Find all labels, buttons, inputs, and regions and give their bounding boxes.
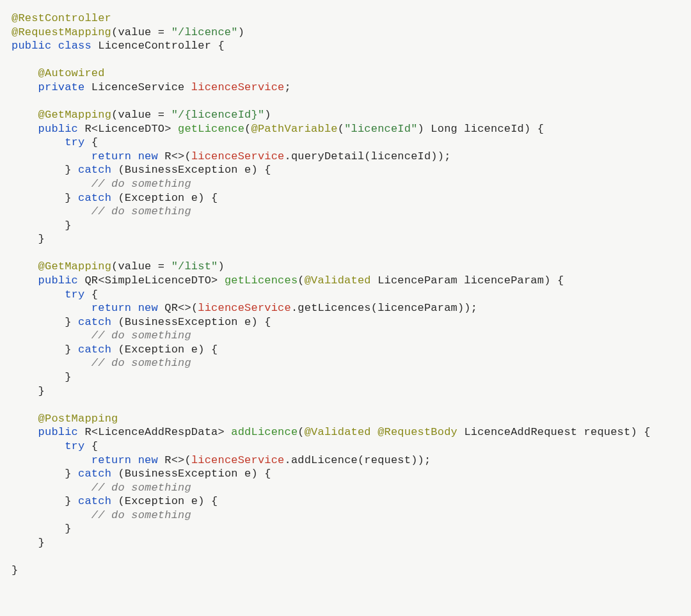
- keyword: catch: [78, 344, 111, 356]
- annotation: @Validated: [305, 426, 371, 438]
- annotation: @Autowired: [38, 67, 105, 79]
- keyword: public: [38, 426, 78, 438]
- annotation: @PathVariable: [251, 123, 338, 135]
- code-text: .addLicence(request));: [285, 454, 431, 466]
- string-literal: "/licence": [171, 26, 238, 38]
- code-text: (value =: [111, 109, 171, 121]
- code-text: LicenceService: [84, 81, 191, 93]
- code-text: }: [65, 371, 71, 383]
- string-literal: "/list": [171, 260, 218, 272]
- code-text: }: [38, 537, 45, 549]
- code-text: R<LicenceAddRespData>: [78, 426, 231, 438]
- keyword: private: [38, 81, 85, 93]
- comment: // do something: [91, 509, 191, 521]
- annotation: @GetMapping: [38, 109, 111, 121]
- comment: // do something: [91, 357, 191, 369]
- code-text: }: [38, 233, 45, 245]
- code-text: (value =: [111, 26, 171, 38]
- code-text: (BusinessException e) {: [111, 468, 271, 480]
- keyword: new: [138, 150, 158, 162]
- comment: // do something: [91, 178, 191, 190]
- annotation: @Validated: [305, 274, 371, 287]
- code-text: }: [12, 564, 18, 576]
- code-text: R<LicenceDTO>: [78, 123, 178, 135]
- code-text: (BusinessException e) {: [111, 316, 271, 328]
- code-block: @RestController @RequestMapping(value = …: [0, 0, 691, 603]
- code-text: LicenceParam licenceParam) {: [371, 274, 564, 287]
- code-text: {: [84, 136, 98, 148]
- code-text: ): [238, 26, 244, 38]
- keyword: try: [65, 136, 84, 148]
- keyword: new: [138, 454, 158, 466]
- code-text: }: [65, 164, 78, 176]
- code-text: }: [65, 344, 78, 356]
- code-text: R<>(: [158, 150, 191, 162]
- comment: // do something: [91, 205, 191, 217]
- method-name: getLicence: [178, 123, 244, 135]
- code-text: ): [218, 260, 224, 272]
- keyword: catch: [78, 468, 111, 480]
- keyword: catch: [78, 192, 111, 204]
- code-text: (: [244, 123, 251, 135]
- annotation: @GetMapping: [38, 260, 111, 272]
- code-text: }: [65, 523, 71, 535]
- code-text: .queryDetail(licenceId));: [285, 150, 451, 162]
- field: licenceService: [198, 302, 291, 314]
- keyword: try: [65, 288, 84, 301]
- code-text: (BusinessException e) {: [111, 164, 271, 176]
- code-text: {: [84, 288, 98, 301]
- code-text: {: [84, 440, 98, 452]
- keyword: return: [91, 454, 131, 466]
- annotation: @RestController: [12, 12, 111, 24]
- comment: // do something: [91, 482, 191, 494]
- keyword: public: [38, 274, 78, 287]
- keyword: new: [138, 302, 158, 314]
- keyword: catch: [78, 495, 111, 507]
- comment: // do something: [91, 329, 191, 342]
- string-literal: "/{licenceId}": [171, 109, 265, 121]
- code-text: .getLicences(licenceParam));: [291, 302, 477, 314]
- code-text: QR<>(: [158, 302, 198, 314]
- code-text: }: [65, 192, 78, 204]
- code-text: (Exception e) {: [111, 192, 218, 204]
- field: licenceService: [191, 81, 285, 93]
- code-text: }: [65, 468, 78, 480]
- keyword: class: [58, 40, 91, 52]
- code-text: (value =: [111, 260, 171, 272]
- code-text: (: [298, 274, 304, 287]
- code-text: ): [264, 109, 271, 121]
- code-text: }: [65, 316, 78, 328]
- code-text: }: [65, 495, 78, 507]
- annotation: @RequestBody: [377, 426, 457, 438]
- code-text: (: [298, 426, 304, 438]
- code-text: QR<SimpleLicenceDTO>: [78, 274, 225, 287]
- keyword: public: [12, 40, 51, 52]
- method-name: getLicences: [225, 274, 298, 287]
- code-text: LicenceController {: [91, 40, 225, 52]
- code-text: [371, 426, 377, 438]
- annotation: @RequestMapping: [12, 26, 111, 38]
- keyword: return: [91, 150, 131, 162]
- keyword: catch: [78, 316, 111, 328]
- code-text: R<>(: [158, 454, 191, 466]
- keyword: public: [38, 123, 78, 135]
- code-text: (: [338, 123, 344, 135]
- method-name: addLicence: [231, 426, 298, 438]
- keyword: catch: [78, 164, 111, 176]
- code-text: ;: [284, 81, 290, 93]
- string-literal: "licenceId": [344, 123, 417, 135]
- keyword: return: [91, 302, 131, 314]
- code-text: (Exception e) {: [111, 495, 218, 507]
- code-text: }: [65, 219, 71, 232]
- keyword: try: [65, 440, 84, 452]
- code-text: ) Long licenceId) {: [418, 123, 544, 135]
- annotation: @PostMapping: [38, 413, 118, 425]
- code-text: (Exception e) {: [111, 344, 218, 356]
- code-text: LicenceAddRequest request) {: [457, 426, 651, 438]
- code-text: }: [38, 385, 45, 397]
- field: licenceService: [191, 454, 285, 466]
- field: licenceService: [191, 150, 285, 162]
